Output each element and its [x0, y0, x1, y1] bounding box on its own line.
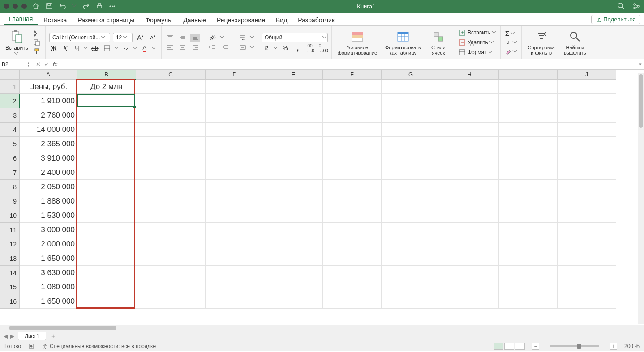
- cell[interactable]: [77, 94, 136, 108]
- cancel-icon[interactable]: ✕: [36, 61, 41, 68]
- cell[interactable]: [206, 180, 264, 194]
- cell[interactable]: [499, 165, 558, 180]
- cell[interactable]: [264, 223, 323, 237]
- cell[interactable]: [499, 237, 558, 251]
- cell[interactable]: [382, 266, 440, 280]
- cell[interactable]: 1 080 000: [20, 280, 77, 294]
- cell[interactable]: [499, 223, 558, 237]
- align-center-button[interactable]: [178, 43, 188, 51]
- chevron-down-icon[interactable]: [220, 36, 224, 39]
- column-header[interactable]: B: [77, 70, 136, 80]
- row-header[interactable]: 2: [0, 94, 20, 108]
- accessibility-status[interactable]: Специальные возможности: все в порядке: [42, 343, 156, 349]
- row-header[interactable]: 13: [0, 251, 20, 266]
- cell[interactable]: [136, 80, 206, 94]
- cell[interactable]: [440, 294, 499, 309]
- row-header[interactable]: 11: [0, 223, 20, 237]
- zoom-in-button[interactable]: +: [610, 343, 617, 350]
- merge-button[interactable]: [238, 43, 248, 51]
- share-icon[interactable]: [632, 2, 640, 10]
- cell[interactable]: [382, 80, 440, 94]
- fill-color-button[interactable]: [121, 44, 131, 52]
- cell[interactable]: [440, 94, 499, 108]
- align-right-button[interactable]: [190, 43, 200, 51]
- cell[interactable]: [323, 237, 382, 251]
- cell[interactable]: [264, 151, 323, 165]
- cell[interactable]: [440, 180, 499, 194]
- cell[interactable]: [264, 137, 323, 151]
- cell[interactable]: [323, 266, 382, 280]
- cell[interactable]: [499, 266, 558, 280]
- row-header[interactable]: 6: [0, 151, 20, 165]
- format-painter-button[interactable]: [32, 47, 42, 55]
- tab-data[interactable]: Данные: [178, 14, 211, 25]
- cell[interactable]: [136, 94, 206, 108]
- cell[interactable]: [136, 237, 206, 251]
- cell[interactable]: [382, 208, 440, 223]
- share-button[interactable]: Поделиться: [591, 15, 640, 24]
- zoom-out-button[interactable]: −: [532, 343, 539, 350]
- chevron-down-icon[interactable]: [250, 46, 254, 49]
- cell[interactable]: 2 760 000: [20, 108, 77, 123]
- cell[interactable]: [136, 294, 206, 309]
- formula-input[interactable]: [61, 59, 636, 69]
- cell[interactable]: [77, 123, 136, 137]
- cell[interactable]: [264, 237, 323, 251]
- cell[interactable]: [77, 165, 136, 180]
- row-header[interactable]: 8: [0, 180, 20, 194]
- cell[interactable]: [77, 280, 136, 294]
- cell[interactable]: [382, 108, 440, 123]
- name-box[interactable]: B2 ▲▼: [0, 59, 32, 69]
- cell[interactable]: 2 050 000: [20, 180, 77, 194]
- align-top-button[interactable]: [165, 34, 175, 42]
- cell[interactable]: [206, 251, 264, 266]
- cell[interactable]: [558, 294, 616, 309]
- cell[interactable]: [264, 180, 323, 194]
- fill-button[interactable]: [504, 39, 518, 47]
- row-header[interactable]: 1: [0, 80, 20, 94]
- cell[interactable]: [264, 194, 323, 208]
- cell[interactable]: [499, 123, 558, 137]
- align-left-button[interactable]: [165, 43, 175, 51]
- cell[interactable]: [440, 80, 499, 94]
- vertical-scrollbar[interactable]: [638, 73, 644, 324]
- cell[interactable]: [264, 108, 323, 123]
- align-bottom-button[interactable]: [190, 34, 200, 42]
- tab-formulas[interactable]: Формулы: [140, 14, 178, 25]
- chevron-down-icon[interactable]: [250, 36, 254, 39]
- undo-dropdown-icon[interactable]: [73, 4, 76, 8]
- cell[interactable]: [323, 208, 382, 223]
- autosum-button[interactable]: Σ: [504, 29, 518, 38]
- cell[interactable]: [77, 251, 136, 266]
- row-header[interactable]: 4: [0, 123, 20, 137]
- cut-button[interactable]: [32, 30, 42, 38]
- cell[interactable]: [499, 108, 558, 123]
- cell[interactable]: [440, 237, 499, 251]
- cell[interactable]: [264, 94, 323, 108]
- cell[interactable]: 3 630 000: [20, 266, 77, 280]
- cell[interactable]: [136, 180, 206, 194]
- cell[interactable]: [499, 94, 558, 108]
- cell[interactable]: [264, 294, 323, 309]
- cell[interactable]: 1 888 000: [20, 194, 77, 208]
- chevron-down-icon[interactable]: [133, 47, 137, 50]
- cell[interactable]: [558, 94, 616, 108]
- cell[interactable]: [323, 123, 382, 137]
- cell[interactable]: 2 400 000: [20, 165, 77, 180]
- comma-button[interactable]: ,: [293, 44, 303, 52]
- font-color-button[interactable]: А: [140, 44, 150, 52]
- row-header[interactable]: 3: [0, 108, 20, 123]
- chevron-down-icon[interactable]: [84, 47, 88, 50]
- cell-styles-button[interactable]: Стили ячеек: [427, 29, 450, 56]
- cell[interactable]: [440, 194, 499, 208]
- cell[interactable]: [382, 251, 440, 266]
- cell[interactable]: [136, 223, 206, 237]
- percent-button[interactable]: %: [280, 44, 290, 52]
- prev-sheet-icon[interactable]: ◀: [4, 333, 8, 339]
- expand-formula-icon[interactable]: ▾: [636, 61, 644, 68]
- italic-button[interactable]: К: [61, 45, 70, 52]
- cell[interactable]: 3 910 000: [20, 151, 77, 165]
- cell[interactable]: [77, 208, 136, 223]
- find-select-button[interactable]: Найти и выделить: [560, 29, 590, 56]
- chevron-down-icon[interactable]: [274, 47, 278, 50]
